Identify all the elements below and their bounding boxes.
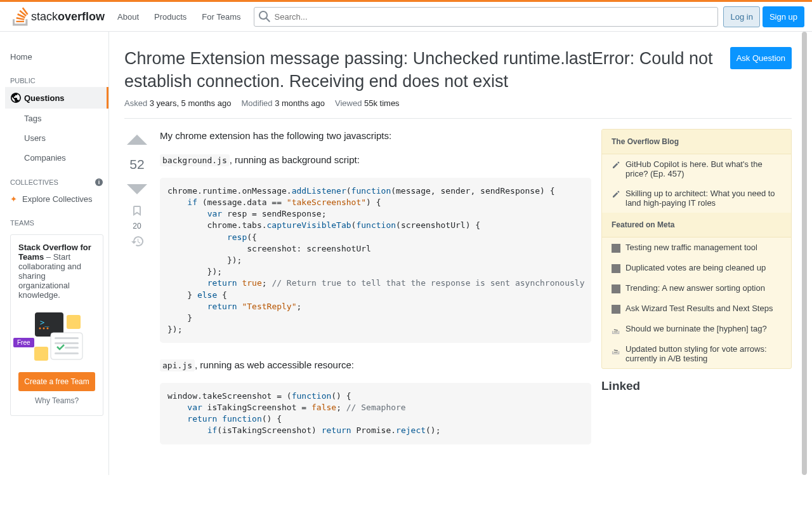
star-burst-icon: ✦ — [10, 194, 17, 204]
signup-button[interactable]: Sign up — [763, 6, 804, 27]
meta-se-icon — [612, 284, 620, 293]
code-block-1[interactable]: chrome.runtime.onMessage.addListener(fun… — [160, 178, 591, 343]
why-teams-link[interactable]: Why Teams? — [18, 394, 95, 408]
svg-rect-8 — [51, 333, 82, 359]
info-icon[interactable]: i — [95, 178, 103, 187]
sidebar-companies[interactable]: Companies — [5, 148, 108, 168]
downvote-button[interactable] — [126, 177, 148, 200]
sidebar-public-label: PUBLIC — [5, 67, 108, 87]
code-block-2[interactable]: window.takeScreenshot = (function() { va… — [160, 383, 591, 444]
question-body: My chrome extension has the following tw… — [160, 129, 591, 460]
svg-point-4 — [39, 328, 41, 330]
teams-promo-card: Stack Overflow for Teams – Start collabo… — [10, 234, 103, 416]
search-input[interactable] — [254, 7, 719, 27]
vote-column: 52 20 — [124, 129, 150, 460]
meta-se-icon — [612, 305, 620, 314]
meta-se-icon — [612, 264, 620, 273]
filename-code: background.js — [160, 154, 230, 166]
blog-link[interactable]: GitHub Copilot is here. But what's the p… — [625, 159, 782, 178]
sidebar-questions[interactable]: Questions — [5, 87, 108, 109]
top-bar: stackoverflow About Products For Teams L… — [0, 0, 812, 32]
svg-rect-10 — [55, 342, 79, 344]
meta-link[interactable]: Testing new traffic management tool — [625, 243, 757, 253]
nav-for-teams[interactable]: For Teams — [194, 8, 248, 25]
svg-text:i: i — [98, 179, 100, 185]
upvote-button[interactable] — [126, 129, 148, 152]
topbar-nav: About Products For Teams — [110, 8, 248, 25]
vote-count: 52 — [129, 157, 144, 172]
sidebar-tags[interactable]: Tags — [5, 109, 108, 128]
login-button[interactable]: Log in — [723, 6, 759, 27]
filename-code: api.js — [160, 359, 195, 371]
nav-products[interactable]: Products — [147, 8, 194, 25]
teams-illustration: >_ Free — [18, 307, 95, 364]
stackoverflow-icon — [13, 7, 29, 26]
blog-header: The Overflow Blog — [602, 130, 791, 154]
create-team-button[interactable]: Create a free Team — [18, 372, 95, 391]
svg-rect-9 — [55, 337, 79, 339]
logo-text: stackoverflow — [31, 10, 105, 23]
meta-link[interactable]: Duplicated votes are being cleaned up — [625, 263, 766, 273]
sidebar-questions-label: Questions — [24, 93, 65, 103]
svg-point-6 — [46, 328, 48, 330]
history-button[interactable] — [131, 236, 143, 247]
meta-link[interactable]: Should we burninate the [hyphen] tag? — [625, 324, 767, 334]
svg-text:>_: >_ — [40, 318, 49, 327]
site-logo[interactable]: stackoverflow — [8, 7, 110, 26]
search-wrap — [249, 7, 724, 27]
sidebar-users[interactable]: Users — [5, 128, 108, 148]
sidebar-home[interactable]: Home — [5, 47, 108, 67]
ask-question-button[interactable]: Ask Question — [730, 47, 792, 69]
svg-rect-13 — [34, 347, 48, 361]
meta-link[interactable]: Trending: A new answer sorting option — [625, 283, 765, 293]
meta-se-icon — [612, 244, 620, 253]
svg-rect-12 — [55, 352, 79, 354]
free-badge: Free — [13, 338, 34, 347]
meta-header: Featured on Meta — [602, 213, 791, 237]
svg-rect-7 — [67, 315, 81, 329]
sidebar-explore-collectives[interactable]: ✦ Explore Collectives — [5, 189, 108, 209]
main-content: Chrome Extension message passing: Unchec… — [109, 32, 807, 475]
sidebar-teams-label: TEAMS — [5, 209, 108, 229]
question-meta: Asked 3 years, 5 months ago Modified 3 m… — [124, 93, 792, 119]
auth-buttons: Log in Sign up — [723, 6, 804, 27]
right-sidebar: The Overflow Blog GitHub Copilot is here… — [601, 129, 792, 460]
linked-header: Linked — [601, 379, 792, 393]
meta-link[interactable]: Ask Wizard Test Results and Next Steps — [625, 304, 773, 314]
meta-link[interactable]: Updated button styling for vote arrows: … — [625, 344, 782, 363]
meta-so-icon — [612, 345, 620, 354]
meta-so-icon — [612, 325, 620, 334]
svg-point-5 — [43, 328, 44, 330]
pencil-icon — [612, 161, 620, 170]
bookmark-count: 20 — [133, 222, 141, 231]
modified-link[interactable]: 3 months ago — [275, 98, 325, 108]
svg-rect-11 — [65, 347, 79, 349]
bookmark-button[interactable] — [131, 205, 143, 217]
overflow-blog-widget: The Overflow Blog GitHub Copilot is here… — [601, 129, 792, 369]
left-sidebar: Home PUBLIC Questions Tags Users Compani… — [5, 32, 109, 475]
nav-about[interactable]: About — [110, 8, 147, 25]
search-icon — [259, 11, 270, 22]
sidebar-collectives-header: COLLECTIVES i — [5, 168, 108, 189]
question-title[interactable]: Chrome Extension message passing: Unchec… — [124, 47, 720, 93]
blog-link[interactable]: Skilling up to architect: What you need … — [625, 189, 782, 208]
globe-icon — [10, 92, 22, 104]
pencil-icon — [612, 190, 620, 199]
